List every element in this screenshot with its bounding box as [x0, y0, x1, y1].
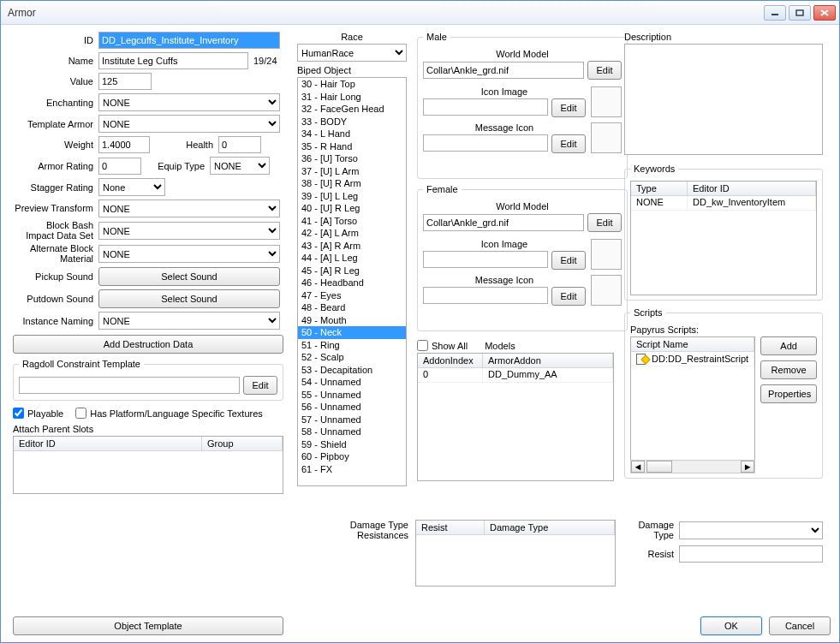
biped-item[interactable]: 46 - Headband — [298, 277, 406, 289]
model-row[interactable]: 0DD_Dummy_AA — [418, 368, 613, 383]
male-msg-icon-edit[interactable]: Edit — [551, 134, 586, 153]
col-dmg-type[interactable]: Damage Type — [485, 521, 615, 534]
minimize-button[interactable] — [764, 5, 786, 21]
health-field[interactable] — [218, 136, 261, 153]
male-msg-icon-field[interactable] — [423, 134, 548, 152]
col-type[interactable]: Type — [631, 182, 688, 195]
ragdoll-edit-button[interactable]: Edit — [243, 376, 277, 395]
biped-item[interactable]: 47 - Eyes — [298, 289, 406, 302]
script-add-button[interactable]: Add — [760, 336, 817, 355]
biped-item[interactable]: 57 - Unnamed — [298, 414, 406, 426]
scroll-left-icon[interactable]: ◄ — [631, 461, 645, 473]
biped-item[interactable]: 43 - [A] R Arm — [298, 240, 406, 253]
cancel-button[interactable]: Cancel — [769, 616, 831, 635]
dmg-res-grid[interactable]: Resist Damage Type — [415, 520, 616, 586]
scroll-thumb[interactable] — [646, 461, 672, 473]
biped-item[interactable]: 49 - Mouth — [298, 314, 406, 327]
biped-item[interactable]: 36 - [U] Torso — [298, 152, 406, 165]
biped-item[interactable]: 41 - [A] Torso — [298, 215, 406, 228]
object-template-button[interactable]: Object Template — [13, 616, 283, 635]
add-destruction-button[interactable]: Add Destruction Data — [13, 335, 283, 354]
template-armor-combo[interactable]: NONE — [98, 115, 280, 133]
show-all-checkbox[interactable]: Show All — [417, 340, 468, 351]
stagger-rating-combo[interactable]: None — [98, 178, 165, 196]
script-row[interactable]: DD:DD_RestraintScript — [631, 352, 754, 366]
biped-item[interactable]: 53 - Decapitation — [298, 364, 406, 377]
female-world-model-field[interactable] — [423, 214, 584, 231]
col-editor-id[interactable]: Editor ID — [14, 437, 202, 450]
scroll-right-icon[interactable]: ► — [741, 461, 754, 473]
male-icon-edit[interactable]: Edit — [551, 98, 586, 117]
biped-item[interactable]: 54 - Unnamed — [298, 376, 406, 389]
biped-item[interactable]: 32 - FaceGen Head — [298, 103, 406, 116]
female-msg-icon-edit[interactable]: Edit — [551, 287, 586, 306]
instance-naming-combo[interactable]: NONE — [98, 312, 280, 330]
biped-item[interactable]: 37 - [U] L Arm — [298, 165, 406, 178]
biped-item[interactable]: 30 - Hair Top — [298, 78, 406, 91]
biped-item[interactable]: 34 - L Hand — [298, 128, 406, 140]
biped-item[interactable]: 61 - FX — [298, 463, 406, 476]
biped-item[interactable]: 58 - Unnamed — [298, 426, 406, 438]
biped-item[interactable]: 60 - Pipboy — [298, 450, 406, 463]
col-group[interactable]: Group — [202, 437, 283, 450]
name-field[interactable] — [98, 52, 248, 69]
biped-item[interactable]: 33 - BODY — [298, 116, 406, 128]
description-field[interactable] — [624, 44, 823, 155]
biped-item[interactable]: 44 - [A] L Leg — [298, 252, 406, 265]
biped-item[interactable]: 40 - [U] R Leg — [298, 202, 406, 215]
biped-object-list[interactable]: 30 - Hair Top31 - Hair Long32 - FaceGen … — [297, 77, 407, 486]
keywords-grid[interactable]: Type Editor ID NONEDD_kw_InventoryItem — [630, 181, 817, 295]
biped-item[interactable]: 42 - [A] L Arm — [298, 227, 406, 240]
keyword-row[interactable]: NONEDD_kw_InventoryItem — [631, 196, 816, 211]
biped-item[interactable]: 31 - Hair Long — [298, 91, 406, 104]
biped-item[interactable]: 45 - [A] R Leg — [298, 265, 406, 277]
armor-rating-field[interactable] — [98, 158, 141, 175]
biped-item[interactable]: 55 - Unnamed — [298, 389, 406, 402]
value-field[interactable] — [98, 73, 152, 90]
col-armor-addon[interactable]: ArmorAddon — [483, 354, 613, 367]
playable-checkbox[interactable]: Playable — [13, 408, 63, 419]
ok-button[interactable]: OK — [700, 616, 762, 635]
biped-item[interactable]: 52 - Scalp — [298, 351, 406, 364]
script-remove-button[interactable]: Remove — [760, 360, 817, 379]
models-grid[interactable]: AddonIndex ArmorAddon 0DD_Dummy_AA — [417, 353, 614, 481]
alt-block-combo[interactable]: NONE — [98, 245, 280, 263]
equip-type-combo[interactable]: NONE — [210, 157, 270, 175]
pickup-sound-button[interactable]: Select Sound — [98, 267, 280, 286]
female-icon-field[interactable] — [423, 251, 548, 268]
col-addon-index[interactable]: AddonIndex — [418, 354, 483, 367]
dmg-type-combo[interactable] — [679, 521, 823, 539]
maximize-button[interactable] — [789, 5, 811, 21]
male-world-model-edit[interactable]: Edit — [587, 61, 622, 80]
ragdoll-template-field[interactable] — [19, 377, 240, 394]
attach-parent-grid[interactable]: Editor ID Group — [13, 436, 283, 494]
id-field[interactable] — [98, 32, 280, 49]
col-resist[interactable]: Resist — [416, 521, 485, 534]
biped-item[interactable]: 35 - R Hand — [298, 140, 406, 153]
has-platform-checkbox[interactable]: Has Platform/Language Specific Textures — [75, 408, 263, 419]
biped-item[interactable]: 56 - Unnamed — [298, 401, 406, 414]
biped-item[interactable]: 50 - Neck — [298, 326, 406, 339]
scripts-grid[interactable]: Script Name DD:DD_RestraintScript — [630, 336, 755, 461]
putdown-sound-button[interactable]: Select Sound — [98, 289, 280, 308]
script-properties-button[interactable]: Properties — [760, 384, 817, 403]
weight-field[interactable] — [98, 136, 150, 153]
male-world-model-field[interactable] — [423, 62, 584, 79]
biped-item[interactable]: 48 - Beard — [298, 301, 406, 314]
col-keyword-editor-id[interactable]: Editor ID — [688, 182, 816, 195]
biped-item[interactable]: 51 - Ring — [298, 339, 406, 352]
race-combo[interactable]: HumanRace — [297, 44, 407, 62]
female-icon-edit[interactable]: Edit — [551, 251, 586, 270]
biped-item[interactable]: 38 - [U] R Arm — [298, 177, 406, 190]
biped-item[interactable]: 39 - [U] L Leg — [298, 190, 406, 203]
scripts-scrollbar[interactable]: ◄ ► — [630, 460, 755, 473]
preview-transform-combo[interactable]: NONE — [98, 199, 280, 217]
male-icon-field[interactable] — [423, 98, 548, 116]
enchanting-combo[interactable]: NONE — [98, 93, 280, 111]
titlebar[interactable]: Armor — [1, 1, 839, 25]
close-button[interactable] — [813, 5, 836, 21]
biped-item[interactable]: 59 - Shield — [298, 438, 406, 451]
resist-field[interactable] — [679, 545, 823, 563]
female-msg-icon-field[interactable] — [423, 287, 548, 304]
col-script-name[interactable]: Script Name — [631, 337, 754, 351]
